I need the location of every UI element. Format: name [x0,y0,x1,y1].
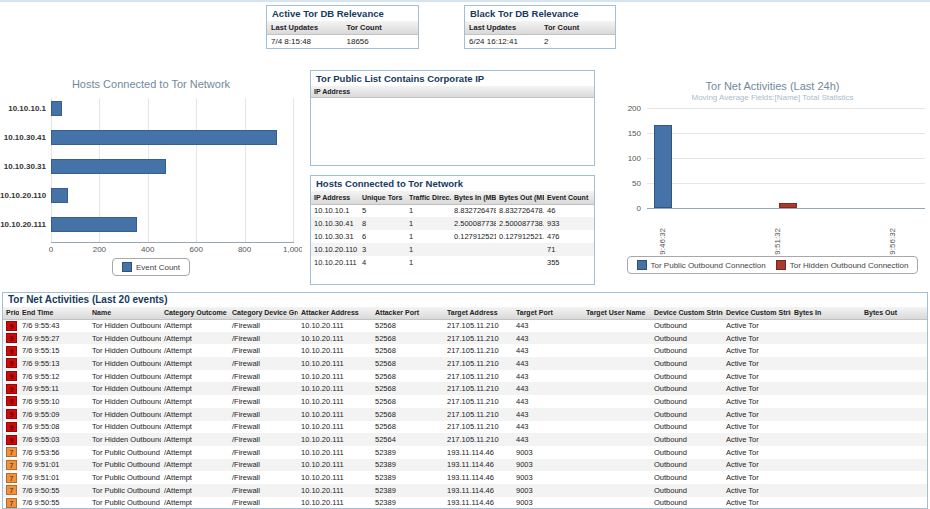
column-header: IP Address [311,86,594,98]
column-header: Attacker Port [372,307,444,319]
event-row[interactable]: 97/6 9:55:10Tor Hidden Outbound C.../Att… [3,395,928,408]
hosts-table-row[interactable]: 10.10.20.1103171 [311,243,594,256]
bar-Tor Public Outbound Connection[interactable] [654,125,672,208]
table-row[interactable]: 7/4 8:15:48 18656 [267,35,418,49]
y-axis-tick-label: 50 [615,179,641,188]
column-header: Category Outcome [161,307,229,319]
event-row[interactable]: 97/6 9:55:03Tor Hidden Outbound C.../Att… [3,433,928,446]
hosts-connected-chart: Hosts Connected to Tor Network 020040060… [0,76,302,286]
event-row[interactable]: 77/6 9:50:55Tor Public Outbound Co.../At… [3,497,928,509]
hosts-table-row[interactable]: 10.10.30.41812.500087738...2.500087738..… [311,217,594,230]
event-row[interactable]: 77/6 9:53:56Tor Public Outbound Co.../At… [3,446,928,459]
gridline [647,183,925,184]
bar-10.10.20.111[interactable] [51,217,137,232]
priority-badge: 7 [6,447,17,457]
event-row[interactable]: 97/6 9:55:12Tor Hidden Outbound C.../Att… [3,370,928,383]
y-axis-tick-label: 0 [615,204,641,213]
x-axis-tick-label: 400 [134,245,162,254]
corporate-ip-table-body [311,98,594,162]
event-row[interactable]: 97/6 9:55:15Tor Hidden Outbound C.../Att… [3,344,928,357]
column-header: Last Updates [465,21,540,35]
panel-title: Tor Net Activities (Last 20 events) [3,293,927,307]
priority-badge: 9 [6,409,17,419]
event-row[interactable]: 97/6 9:55:09Tor Hidden Outbound C.../Att… [3,408,928,421]
legend-item: Tor Hidden Outbound Connection [776,260,909,270]
legend-label: Tor Hidden Outbound Connection [790,261,909,270]
x-axis-tick-label: 200 [85,245,113,254]
tor-dashboard: Active Tor DB Relevance Last Updates Tor… [0,0,930,509]
panel-active-tor-db: Active Tor DB Relevance Last Updates Tor… [266,5,419,49]
category-label: 10.10.20.111 [0,220,46,229]
x-axis-line [647,208,925,209]
x-axis-tick-label: 600 [182,245,210,254]
hosts-table-row[interactable]: 10.10.20.11141355 [311,256,594,269]
hosts-table-row[interactable]: 10.10.30.31610.127912521...0.127912521..… [311,230,594,243]
event-row[interactable]: 77/6 9:51:01Tor Public Outbound Co.../At… [3,459,928,472]
category-label: 10.10.10.1 [0,104,46,113]
priority-badge: 9 [6,422,17,432]
priority-badge: 9 [6,346,17,356]
panel-title: Tor Public List Contains Corporate IP [311,71,594,86]
event-row[interactable]: 97/6 9:55:08Tor Hidden Outbound C.../Att… [3,421,928,434]
event-row[interactable]: 97/6 9:55:11Tor Hidden Outbound C.../Att… [3,382,928,395]
event-row[interactable]: 97/6 9:55:13Tor Hidden Outbound C.../Att… [3,357,928,370]
tor-events-table: PrioEnd TimeNameCategory OutcomeCategory… [3,307,928,509]
black-tor-db-table: Last Updates Tor Count 6/24 16:12:41 2 [465,21,615,48]
corporate-ip-table: IP Address [311,86,594,98]
priority-badge: 7 [6,473,17,483]
category-label: 10.10.20.110 [0,191,46,200]
category-label: 10.10.30.31 [0,162,46,171]
column-header: Tor Count [343,21,419,35]
panel-hosts-connected: Hosts Connected to Tor Network IP Addres… [310,175,595,285]
gridline [647,158,925,159]
x-axis-tick-label: 0 [37,245,65,254]
tor-activities-chart: Tor Net Activities (Last 24h) Moving Ave… [615,76,930,286]
column-header: Bytes In (MB) [451,191,496,204]
column-header: Device Custom String5 [723,307,791,319]
event-row[interactable]: 77/6 9:50:55Tor Public Outbound Co.../At… [3,484,928,497]
priority-badge: 9 [6,371,17,381]
column-header: Unique Tors [359,191,406,204]
legend-item: Tor Public Outbound Connection [637,260,766,270]
priority-badge: 9 [6,396,17,406]
priority-badge: 7 [6,460,17,470]
y-axis-tick-label: 100 [615,154,641,163]
panel-tor-events: Tor Net Activities (Last 20 events) Prio… [2,292,928,509]
column-header: Traffic Direc... [406,191,451,204]
x-axis-line [51,242,294,243]
priority-badge: 9 [6,384,17,394]
panel-title: Hosts Connected to Tor Network [311,176,594,191]
priority-badge: 7 [6,485,17,495]
bar-10.10.20.110[interactable] [51,188,68,203]
y-axis-tick-label: 150 [615,129,641,138]
gridline [647,108,925,109]
panel-title: Black Tor DB Relevance [465,6,615,21]
x-axis-tick-label: 800 [231,245,259,254]
y-axis-tick-label: 200 [615,104,641,113]
column-header: IP Address [311,191,359,204]
panel-title: Active Tor DB Relevance [267,6,418,21]
hosts-table-row[interactable]: 10.10.10.1518.832726478...8.832726478...… [311,204,594,217]
column-header: Bytes Out [861,307,928,319]
legend-item: Event Count [122,262,180,272]
column-header: Prio [3,307,19,319]
event-row[interactable]: 97/6 9:55:43Tor Hidden Outbound C.../Att… [3,319,928,332]
legend-swatch [122,262,132,272]
event-row[interactable]: 77/6 9:51:01Tor Public Outbound Co.../At… [3,471,928,484]
legend-label: Event Count [136,263,180,272]
bar-Tor Hidden Outbound Connection[interactable] [779,203,797,208]
event-row[interactable]: 97/6 9:55:27Tor Hidden Outbound C.../Att… [3,332,928,345]
column-header: Bytes In [791,307,861,319]
column-header: Bytes Out (MB) [496,191,544,204]
column-header: End Time [19,307,89,319]
table-row[interactable]: 6/24 16:12:41 2 [465,35,615,49]
bar-10.10.30.31[interactable] [51,159,166,174]
chart-subtitle: Moving Average Fields:[Name] Total Stati… [615,93,930,102]
bar-10.10.30.41[interactable] [51,130,277,145]
priority-badge: 9 [6,321,17,331]
column-header: Event Count [544,191,594,204]
column-header: Last Updates [267,21,343,35]
column-header: Target User Name [583,307,651,319]
gridline [196,98,197,242]
bar-10.10.10.1[interactable] [51,101,62,116]
